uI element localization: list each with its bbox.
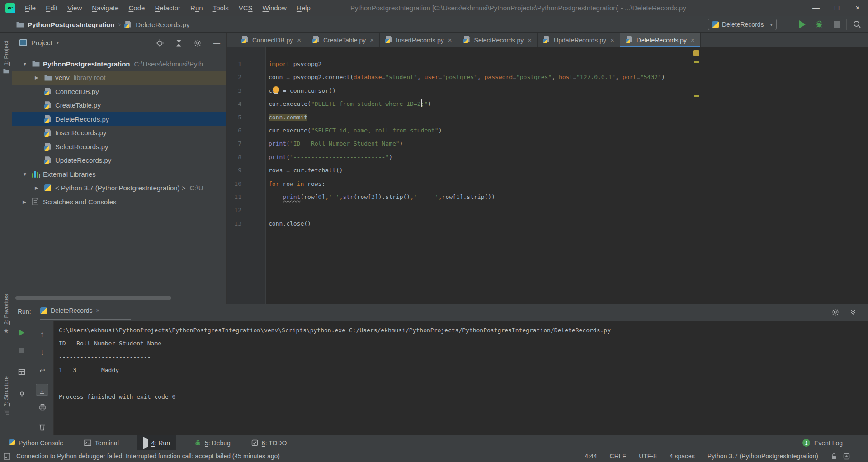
stop-button[interactable] — [834, 21, 840, 28]
warning-stripe-mark[interactable] — [694, 95, 699, 97]
collapse-all-icon[interactable] — [175, 40, 182, 47]
run-button[interactable] — [799, 20, 806, 28]
chevron-expanded-icon[interactable]: ▼ — [23, 61, 32, 66]
chevron-collapsed-icon[interactable]: ▶ — [23, 199, 32, 204]
close-button[interactable]: × — [847, 0, 868, 16]
status-item-utf-8[interactable]: UTF-8 — [639, 453, 657, 460]
inspection-indicator[interactable] — [693, 50, 699, 56]
menu-item-refactor[interactable]: Refactor — [150, 0, 185, 16]
warning-stripe-mark[interactable] — [694, 61, 699, 63]
minimize-button[interactable]: — — [806, 0, 826, 16]
down-icon[interactable]: ↓ — [31, 348, 53, 357]
maximize-button[interactable]: □ — [826, 0, 847, 16]
close-icon[interactable]: × — [528, 36, 532, 44]
clear-icon[interactable] — [31, 424, 53, 431]
minimize-icon[interactable]: — — [213, 39, 220, 47]
close-icon[interactable]: × — [610, 36, 614, 44]
code-editor[interactable]: 12345678910111213 import psycopg2conn = … — [227, 47, 868, 304]
menu-item-edit[interactable]: Edit — [41, 0, 62, 16]
rerun-icon[interactable] — [12, 330, 31, 336]
scroll-end-icon[interactable]: ↓ — [36, 384, 48, 396]
intention-bulb-icon[interactable] — [273, 86, 279, 93]
status-item-crlf[interactable]: CRLF — [610, 453, 627, 460]
status-item-python-3-7-pythonpostgresintegration-[interactable]: Python 3.7 (PythonPostgresIntegration) — [708, 453, 818, 460]
close-icon[interactable]: × — [297, 36, 301, 44]
toolwindow-button-5-debug[interactable]: 5: Debug — [192, 435, 233, 450]
chevron-collapsed-icon[interactable]: ▶ — [35, 75, 44, 80]
toolwindow-button-terminal[interactable]: Terminal — [81, 435, 122, 450]
code-token: = — [637, 74, 640, 80]
toolwindow-button-python-console[interactable]: Python Console — [6, 435, 66, 450]
close-icon[interactable]: × — [691, 36, 695, 44]
editor-tab-deleterecords.py[interactable]: DeleteRecords.py× — [620, 33, 701, 47]
code-token: = — [513, 74, 516, 80]
tree-item--python-3-7-pythonpostgresintegration-[interactable]: ▶< Python 3.7 (PythonPostgresIntegration… — [12, 181, 227, 195]
tree-item-deleterecords-py[interactable]: DeleteRecords.py — [12, 112, 227, 126]
tree-item-connectdb-py[interactable]: ConnectDB.py — [12, 85, 227, 99]
tree-item-updaterecords-py[interactable]: UpdateRecords.py — [12, 154, 227, 168]
editor-tab-connectdb.py[interactable]: ConnectDB.py× — [236, 33, 307, 47]
menu-item-view[interactable]: View — [62, 0, 87, 16]
editor-tab-selectrecords.py[interactable]: SelectRecords.py× — [458, 33, 538, 47]
tree-item-external-libraries[interactable]: ▼External Libraries — [12, 167, 227, 181]
close-icon[interactable]: × — [448, 36, 452, 44]
chevron-expanded-icon[interactable]: ▼ — [23, 172, 32, 177]
status-item-4-spaces[interactable]: 4 spaces — [670, 453, 695, 460]
horizontal-scrollbar[interactable] — [15, 296, 171, 300]
tree-item-label: CreateTable.py — [55, 101, 101, 109]
menu-item-help[interactable]: Help — [292, 0, 316, 16]
editor-tab-insertrecords.py[interactable]: InsertRecords.py× — [380, 33, 458, 47]
code-token: row[ — [442, 193, 456, 200]
tree-item-venv[interactable]: ▶venvlibrary root — [12, 71, 227, 85]
search-icon[interactable] — [853, 20, 862, 29]
print-icon[interactable] — [31, 404, 53, 411]
tree-item-insertrecords-py[interactable]: InsertRecords.py — [12, 126, 227, 140]
locate-icon[interactable] — [156, 39, 164, 47]
breadcrumb-project[interactable]: PythonPostgresIntegration — [28, 21, 115, 28]
up-icon[interactable]: ↑ — [31, 330, 53, 339]
debug-button[interactable] — [815, 20, 824, 29]
tool-window-switcher-icon[interactable] — [4, 453, 10, 460]
console-output[interactable]: C:\Users\ekhmusi\PythonProjects\PythonPo… — [59, 324, 611, 403]
editor-tab-createtable.py[interactable]: CreateTable.py× — [307, 33, 380, 47]
toolwindow-button-4-run[interactable]: 4: Run — [137, 435, 176, 450]
breadcrumb-file[interactable]: DeleteRecords.py — [136, 21, 189, 28]
sidebar-item-project[interactable]: 1: Project — [0, 41, 12, 74]
menu-item-vcs[interactable]: VCS — [234, 0, 258, 16]
tree-item-createtable-py[interactable]: CreateTable.py — [12, 99, 227, 113]
sidebar-item-favorites[interactable]: 2: Favorites ★ — [0, 294, 12, 334]
code-line-12 — [269, 203, 665, 217]
sidebar-item-structure[interactable]: 7: Structure — [0, 376, 12, 415]
menu-item-tools[interactable]: Tools — [208, 0, 234, 16]
event-log-button[interactable]: 1 Event Log — [802, 435, 843, 450]
tree-item-scratches-and-consoles[interactable]: ▶Scratches and Consoles — [12, 195, 227, 209]
tree-item-pythonpostgresintegration[interactable]: ▼PythonPostgresIntegrationC:\Users\ekhmu… — [12, 57, 227, 71]
menu-item-navigate[interactable]: Navigate — [87, 0, 123, 16]
tree-item-selectrecords-py[interactable]: SelectRecords.py — [12, 140, 227, 154]
run-tab[interactable]: DeleteRecords × — [40, 307, 100, 314]
menu-item-code[interactable]: Code — [124, 0, 150, 16]
collapse-icon[interactable] — [850, 308, 856, 316]
gear-icon[interactable] — [831, 308, 839, 316]
console-line: C:\Users\ekhmusi\PythonProjects\PythonPo… — [59, 324, 611, 337]
notification-badge: 1 — [802, 439, 810, 447]
status-message[interactable]: Connection to Python debugger failed: In… — [16, 450, 280, 462]
code-token: "student" — [385, 74, 417, 80]
close-icon[interactable]: × — [370, 36, 374, 44]
run-configuration-selector[interactable]: DeleteRecords ▾ — [708, 19, 777, 30]
menu-item-file[interactable]: File — [20, 0, 41, 16]
toolwindow-button-6-todo[interactable]: 6: TODO — [249, 435, 290, 450]
editor-tab-updaterecords.py[interactable]: UpdateRecords.py× — [538, 33, 620, 47]
pin-icon[interactable] — [12, 391, 31, 398]
chevron-collapsed-icon[interactable]: ▶ — [35, 185, 44, 190]
layout-icon[interactable] — [12, 368, 31, 376]
status-item-4-44[interactable]: 4:44 — [585, 453, 597, 460]
menu-item-run[interactable]: Run — [185, 0, 208, 16]
menu-item-window[interactable]: Window — [258, 0, 292, 16]
project-view-selector[interactable]: Project ▾ — [19, 39, 59, 47]
code-token: rows: — [304, 180, 325, 187]
close-icon[interactable]: × — [96, 307, 100, 314]
soft-wrap-icon[interactable]: ↩ — [31, 367, 53, 375]
stop-icon[interactable] — [12, 348, 31, 353]
gear-icon[interactable] — [194, 39, 202, 47]
